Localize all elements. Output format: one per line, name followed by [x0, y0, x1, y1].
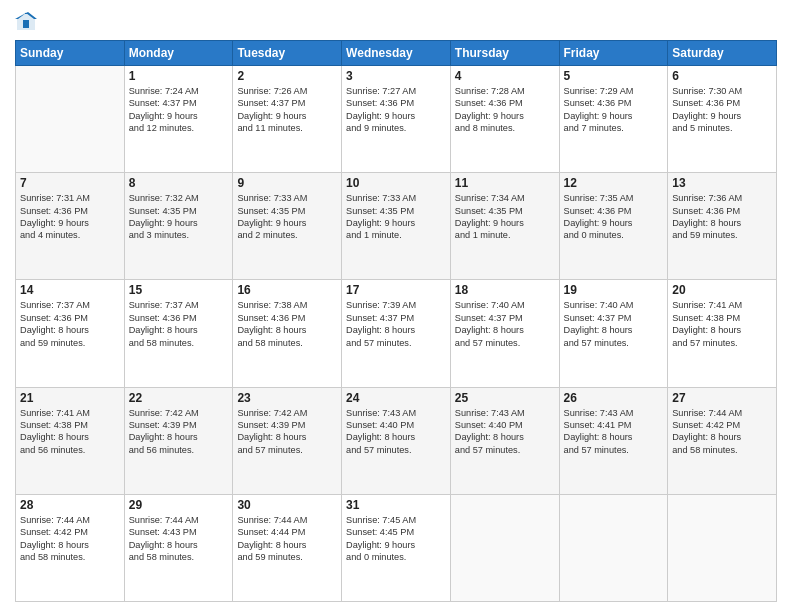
cell-info-line: Sunset: 4:42 PM [20, 526, 120, 538]
cell-info-line: and 3 minutes. [129, 229, 229, 241]
cell-info-line: Sunset: 4:37 PM [129, 97, 229, 109]
cell-info-line: and 57 minutes. [672, 337, 772, 349]
cell-info-line: Sunrise: 7:34 AM [455, 192, 555, 204]
calendar-cell: 22Sunrise: 7:42 AMSunset: 4:39 PMDayligh… [124, 387, 233, 494]
cell-info-line: Sunrise: 7:37 AM [20, 299, 120, 311]
cell-info-line: and 0 minutes. [346, 551, 446, 563]
calendar-cell: 15Sunrise: 7:37 AMSunset: 4:36 PMDayligh… [124, 280, 233, 387]
cell-info-line: Daylight: 9 hours [129, 217, 229, 229]
cell-info-line: Daylight: 9 hours [20, 217, 120, 229]
day-number: 23 [237, 391, 337, 405]
calendar-cell [16, 66, 125, 173]
cell-info-line: and 58 minutes. [129, 551, 229, 563]
cell-info-line: and 1 minute. [346, 229, 446, 241]
cell-info-line: Sunset: 4:35 PM [129, 205, 229, 217]
calendar-cell: 11Sunrise: 7:34 AMSunset: 4:35 PMDayligh… [450, 173, 559, 280]
cell-info-line: and 57 minutes. [564, 337, 664, 349]
day-number: 21 [20, 391, 120, 405]
calendar-cell: 19Sunrise: 7:40 AMSunset: 4:37 PMDayligh… [559, 280, 668, 387]
calendar-header-wednesday: Wednesday [342, 41, 451, 66]
day-number: 6 [672, 69, 772, 83]
day-number: 28 [20, 498, 120, 512]
cell-info-line: Sunrise: 7:24 AM [129, 85, 229, 97]
cell-info-line: Daylight: 8 hours [20, 539, 120, 551]
calendar-cell: 30Sunrise: 7:44 AMSunset: 4:44 PMDayligh… [233, 494, 342, 601]
cell-info-line: Daylight: 8 hours [346, 431, 446, 443]
cell-info-line: Sunset: 4:37 PM [455, 312, 555, 324]
day-number: 31 [346, 498, 446, 512]
calendar-cell: 8Sunrise: 7:32 AMSunset: 4:35 PMDaylight… [124, 173, 233, 280]
cell-info-line: Sunrise: 7:30 AM [672, 85, 772, 97]
day-number: 29 [129, 498, 229, 512]
calendar-week-5: 28Sunrise: 7:44 AMSunset: 4:42 PMDayligh… [16, 494, 777, 601]
calendar-week-3: 14Sunrise: 7:37 AMSunset: 4:36 PMDayligh… [16, 280, 777, 387]
cell-info-line: Sunset: 4:43 PM [129, 526, 229, 538]
cell-info-line: and 56 minutes. [20, 444, 120, 456]
cell-info-line: and 58 minutes. [237, 337, 337, 349]
cell-info-line: Daylight: 8 hours [129, 324, 229, 336]
logo-icon [15, 10, 37, 32]
calendar-header-saturday: Saturday [668, 41, 777, 66]
day-number: 18 [455, 283, 555, 297]
cell-info-line: Sunset: 4:36 PM [672, 97, 772, 109]
page: SundayMondayTuesdayWednesdayThursdayFrid… [0, 0, 792, 612]
calendar-cell: 23Sunrise: 7:42 AMSunset: 4:39 PMDayligh… [233, 387, 342, 494]
cell-info-line: and 57 minutes. [346, 444, 446, 456]
calendar-header-monday: Monday [124, 41, 233, 66]
cell-info-line: Sunset: 4:39 PM [129, 419, 229, 431]
cell-info-line: Sunrise: 7:28 AM [455, 85, 555, 97]
cell-info-line: and 58 minutes. [672, 444, 772, 456]
day-number: 20 [672, 283, 772, 297]
cell-info-line: Sunrise: 7:26 AM [237, 85, 337, 97]
cell-info-line: and 56 minutes. [129, 444, 229, 456]
cell-info-line: Sunrise: 7:44 AM [237, 514, 337, 526]
cell-info-line: and 11 minutes. [237, 122, 337, 134]
cell-info-line: Daylight: 8 hours [237, 539, 337, 551]
cell-info-line: and 1 minute. [455, 229, 555, 241]
day-number: 12 [564, 176, 664, 190]
day-number: 26 [564, 391, 664, 405]
cell-info-line: Daylight: 9 hours [672, 110, 772, 122]
day-number: 3 [346, 69, 446, 83]
day-number: 17 [346, 283, 446, 297]
day-number: 2 [237, 69, 337, 83]
cell-info-line: Daylight: 8 hours [237, 431, 337, 443]
calendar-cell: 14Sunrise: 7:37 AMSunset: 4:36 PMDayligh… [16, 280, 125, 387]
calendar-cell: 18Sunrise: 7:40 AMSunset: 4:37 PMDayligh… [450, 280, 559, 387]
cell-info-line: Daylight: 9 hours [564, 110, 664, 122]
calendar-header-thursday: Thursday [450, 41, 559, 66]
cell-info-line: Sunrise: 7:29 AM [564, 85, 664, 97]
day-number: 16 [237, 283, 337, 297]
cell-info-line: Daylight: 8 hours [672, 217, 772, 229]
calendar-cell: 17Sunrise: 7:39 AMSunset: 4:37 PMDayligh… [342, 280, 451, 387]
calendar-cell: 10Sunrise: 7:33 AMSunset: 4:35 PMDayligh… [342, 173, 451, 280]
cell-info-line: and 57 minutes. [564, 444, 664, 456]
cell-info-line: Sunset: 4:35 PM [237, 205, 337, 217]
cell-info-line: Sunrise: 7:44 AM [672, 407, 772, 419]
calendar-cell: 4Sunrise: 7:28 AMSunset: 4:36 PMDaylight… [450, 66, 559, 173]
day-number: 25 [455, 391, 555, 405]
cell-info-line: Sunrise: 7:45 AM [346, 514, 446, 526]
cell-info-line: Sunset: 4:38 PM [672, 312, 772, 324]
cell-info-line: Sunrise: 7:43 AM [346, 407, 446, 419]
cell-info-line: Daylight: 9 hours [237, 217, 337, 229]
cell-info-line: Sunset: 4:37 PM [564, 312, 664, 324]
calendar-table: SundayMondayTuesdayWednesdayThursdayFrid… [15, 40, 777, 602]
day-number: 1 [129, 69, 229, 83]
calendar-cell: 27Sunrise: 7:44 AMSunset: 4:42 PMDayligh… [668, 387, 777, 494]
cell-info-line: and 57 minutes. [346, 337, 446, 349]
cell-info-line: Sunrise: 7:27 AM [346, 85, 446, 97]
cell-info-line: Daylight: 8 hours [672, 324, 772, 336]
cell-info-line: and 9 minutes. [346, 122, 446, 134]
cell-info-line: Daylight: 9 hours [237, 110, 337, 122]
cell-info-line: Sunset: 4:37 PM [346, 312, 446, 324]
day-number: 4 [455, 69, 555, 83]
cell-info-line: Daylight: 8 hours [564, 431, 664, 443]
cell-info-line: and 4 minutes. [20, 229, 120, 241]
day-number: 9 [237, 176, 337, 190]
cell-info-line: Daylight: 8 hours [20, 431, 120, 443]
cell-info-line: Sunset: 4:36 PM [455, 97, 555, 109]
cell-info-line: Sunset: 4:36 PM [346, 97, 446, 109]
day-number: 13 [672, 176, 772, 190]
cell-info-line: and 59 minutes. [20, 337, 120, 349]
